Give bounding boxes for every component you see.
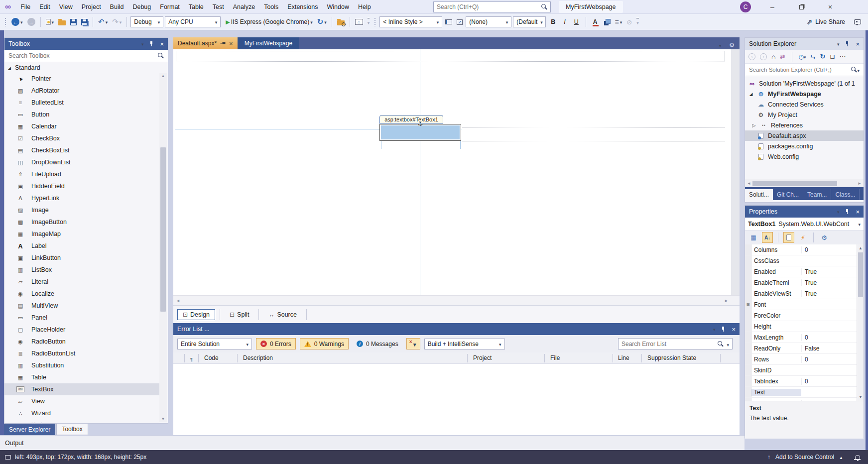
feedback-icon[interactable]	[854, 19, 861, 24]
source-view-button[interactable]: Source	[263, 310, 302, 320]
toolbox-item-panel[interactable]: ▭Panel	[4, 312, 160, 324]
tab-myfirstwebspage[interactable]: MyFirstWebspage	[238, 37, 299, 49]
property-row[interactable]: Rows0	[745, 354, 864, 365]
pin-icon[interactable]	[721, 326, 726, 332]
alignment-button[interactable]	[614, 17, 624, 27]
window-menu-icon[interactable]	[837, 40, 840, 47]
property-row[interactable]: ForeColor	[745, 310, 864, 321]
scroll-left-icon[interactable]	[747, 181, 751, 186]
tree-item-packages-config[interactable]: packages.config	[745, 141, 864, 151]
scroll-right-icon[interactable]	[858, 181, 862, 186]
scroll-down-icon[interactable]	[859, 395, 863, 399]
toolbox-item-listbox[interactable]: ▥ListBox	[4, 264, 160, 276]
toolbox-item-image[interactable]: ▨Image	[4, 204, 160, 216]
tab-output[interactable]: Output	[5, 440, 24, 447]
close-icon[interactable]	[732, 326, 736, 333]
toolbox-item-calendar[interactable]: ▦Calendar	[4, 120, 160, 132]
menu-help[interactable]: Help	[354, 1, 375, 12]
error-list-search-input[interactable]	[621, 341, 715, 348]
solution-explorer-header[interactable]: Solution Explorer	[745, 38, 864, 50]
property-row[interactable]: CssClass	[745, 255, 864, 266]
column-line[interactable]: Line	[618, 354, 629, 361]
new-project-button[interactable]	[44, 17, 56, 26]
quick-launch-search[interactable]	[433, 1, 551, 12]
error-list-search[interactable]	[618, 338, 733, 349]
properties-view-button[interactable]	[783, 232, 794, 243]
tab-team-explorer[interactable]: Team...	[803, 189, 831, 200]
navigate-back-button[interactable]: ←	[10, 17, 24, 27]
property-row-text[interactable]: Text	[745, 387, 864, 398]
column-project[interactable]: Project	[473, 354, 492, 361]
window-menu-icon[interactable]	[713, 326, 716, 333]
hyperlink-button[interactable]	[625, 17, 633, 27]
navigate-forward-button[interactable]: →	[26, 17, 37, 27]
property-pages-button[interactable]	[819, 232, 830, 243]
refresh-icon[interactable]	[820, 53, 826, 60]
categorized-button[interactable]	[748, 232, 759, 243]
view-in-browser-button[interactable]	[354, 18, 365, 26]
new-style-button[interactable]	[455, 18, 464, 26]
menu-view[interactable]: View	[55, 1, 77, 12]
close-icon[interactable]	[856, 208, 860, 216]
toolbox-search[interactable]	[4, 50, 168, 62]
property-row[interactable]: Height	[745, 321, 864, 332]
toolbox-item-dropdownlist[interactable]: ◫DropDownList	[4, 156, 160, 168]
column-file[interactable]: File	[550, 354, 560, 361]
properties-header[interactable]: Properties	[745, 206, 864, 218]
pin-icon[interactable]	[845, 209, 850, 215]
save-button[interactable]	[69, 18, 78, 26]
pin-icon[interactable]	[845, 41, 850, 47]
toolbox-item-linkbutton[interactable]: ▣LinkButton	[4, 252, 160, 264]
severity-column-icon[interactable]	[190, 355, 193, 362]
close-icon[interactable]	[229, 40, 233, 47]
column-suppression-state[interactable]: Suppression State	[647, 354, 696, 361]
menu-window[interactable]: Window	[323, 1, 354, 12]
scrollbar-thumb[interactable]	[858, 252, 863, 297]
property-row[interactable]: Columns0	[745, 244, 864, 255]
italic-button[interactable]: I	[560, 17, 569, 26]
toolbox-group-standard[interactable]: Standard	[4, 62, 168, 73]
tree-item-project[interactable]: ◢ ⊕ MyFirstWebspage	[745, 89, 864, 99]
tab-git-changes[interactable]: Git Ch...	[773, 189, 803, 200]
toolbox-item-bulletedlist[interactable]: ≡BulletedList	[4, 97, 160, 109]
menu-tools[interactable]: Tools	[259, 1, 283, 12]
object-selector-dropdown[interactable]: TextBox1 System.Web.UI.WebCont	[745, 218, 864, 231]
live-share-button[interactable]: Live Share	[807, 18, 862, 26]
toolbox-item-xml[interactable]: ▤Xml	[4, 419, 160, 423]
toolbox-item-label[interactable]: ALabel	[4, 240, 160, 252]
menu-format[interactable]: Format	[155, 1, 184, 12]
tree-item-references[interactable]: ▷ ▪▪ References	[745, 120, 864, 130]
toolbox-item-hyperlink[interactable]: AHyperLink	[4, 192, 160, 204]
scroll-right-icon[interactable]	[724, 298, 729, 303]
tab-toolbox[interactable]: Toolbox	[56, 424, 88, 435]
clear-filter-button[interactable]	[406, 338, 420, 349]
toolbar-options-button[interactable]	[366, 17, 372, 27]
menu-extensions[interactable]: Extensions	[283, 1, 322, 12]
background-color-button[interactable]	[603, 18, 612, 26]
toolbox-item-imagemap[interactable]: ▦ImageMap	[4, 228, 160, 240]
property-row[interactable]: SkinID	[745, 365, 864, 376]
add-to-source-control-button[interactable]: Add to Source Control	[775, 454, 834, 461]
menu-build[interactable]: Build	[106, 1, 128, 12]
undo-button[interactable]	[97, 16, 109, 27]
menu-project[interactable]: Project	[77, 1, 106, 12]
switch-views-icon[interactable]	[811, 53, 816, 60]
toolbox-search-input[interactable]	[8, 52, 158, 59]
events-button[interactable]	[797, 232, 808, 243]
column-code[interactable]: Code	[204, 354, 219, 361]
toolbox-scrollbar[interactable]	[159, 73, 167, 422]
property-row-font[interactable]: ⊞Font	[745, 299, 864, 310]
account-avatar[interactable]: C	[740, 1, 751, 12]
menu-edit[interactable]: Edit	[35, 1, 55, 12]
property-row[interactable]: EnableViewStTrue	[745, 288, 864, 299]
warnings-filter-button[interactable]: 0 Warnings	[300, 338, 349, 349]
toolbox-item-textbox[interactable]: ablTextBox	[4, 383, 160, 395]
scroll-down-icon[interactable]	[159, 417, 167, 421]
window-options-icon[interactable]	[729, 40, 735, 49]
tab-server-explorer[interactable]: Server Explorer	[4, 424, 55, 435]
toolbox-item-checkbox[interactable]: ☑CheckBox	[4, 132, 160, 144]
pin-icon[interactable]	[220, 41, 226, 46]
property-row[interactable]: MaxLength0	[745, 332, 864, 343]
scrollbar-thumb[interactable]	[160, 147, 166, 312]
toolbox-item-pointer[interactable]: ▲Pointer	[4, 73, 160, 85]
